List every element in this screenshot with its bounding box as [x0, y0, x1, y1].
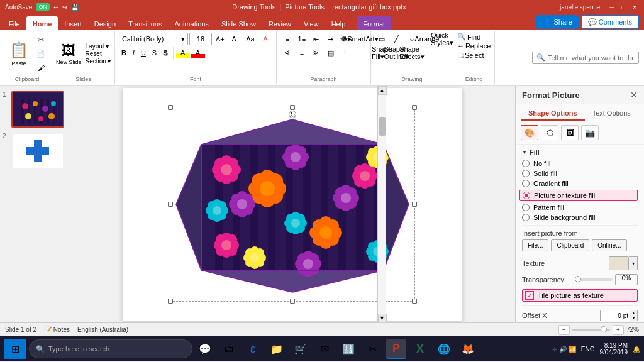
taskbar-taskview[interactable]: 🗂 — [219, 339, 239, 359]
tab-text-options[interactable]: Text Options — [585, 107, 638, 121]
offset-x-input[interactable] — [600, 310, 630, 321]
tab-transitions[interactable]: Transitions — [122, 16, 168, 30]
shape-rect-button[interactable]: ▭ — [375, 33, 389, 45]
undo-icon[interactable]: ↩ — [53, 4, 58, 11]
tab-file[interactable]: File — [3, 16, 26, 30]
autosave-badge[interactable]: ON — [36, 3, 50, 11]
replace-button[interactable]: ↔ Replace — [457, 42, 491, 50]
pentagon-icon-button[interactable]: ⬠ — [541, 125, 558, 140]
offset-x-down[interactable]: ▼ — [630, 315, 637, 321]
layout-button[interactable]: Layout▾ — [86, 43, 111, 50]
change-case-button[interactable]: Aa — [243, 33, 257, 45]
tab-view[interactable]: View — [297, 16, 325, 30]
tab-shape-options[interactable]: Shape Options — [521, 107, 585, 121]
save-icon[interactable]: 💾 — [71, 4, 79, 11]
redo-icon[interactable]: ↪ — [62, 4, 67, 11]
font-size-input[interactable]: 18 — [189, 33, 212, 45]
zoom-slider[interactable] — [572, 329, 610, 331]
panel-close-button[interactable]: ✕ — [630, 90, 638, 100]
taskbar-cortana[interactable]: 💬 — [195, 339, 215, 359]
paint-icon-button[interactable]: 🎨 — [521, 125, 538, 140]
tell-me-input[interactable]: 🔍 Tell me what you want to do — [532, 52, 639, 64]
paste-button[interactable]: 📋 Paste — [6, 38, 31, 70]
increase-indent-button[interactable]: ⇥ — [324, 33, 338, 45]
align-right-button[interactable]: ⫸ — [309, 47, 323, 59]
picture-texture-fill-option[interactable]: Picture or texture fill — [519, 190, 638, 201]
new-slide-button[interactable]: 🖼 New Slide — [56, 43, 82, 65]
select-button[interactable]: ⬚ Select — [457, 51, 484, 59]
zoom-in-button[interactable]: + — [613, 325, 624, 335]
texture-preview[interactable] — [609, 256, 629, 270]
slide-thumb-2[interactable]: 2 — [3, 133, 66, 169]
highlight-color-button[interactable]: A — [176, 47, 190, 59]
picture-texture-fill-radio[interactable] — [523, 192, 530, 199]
tile-checkbox[interactable] — [525, 291, 534, 300]
tab-help[interactable]: Help — [325, 16, 352, 30]
comments-button[interactable]: 💬 Comments — [581, 15, 639, 29]
taskbar-chrome[interactable]: 🌐 — [434, 339, 454, 359]
offset-x-control[interactable]: ▲ ▼ — [600, 310, 638, 321]
canvas-vscroll[interactable]: ▲ ▼ — [377, 86, 386, 322]
taskbar-excel[interactable]: X — [410, 339, 430, 359]
format-painter-button[interactable]: 🖌 — [34, 62, 48, 74]
cut-button[interactable]: ✂ — [34, 34, 48, 47]
gradient-fill-option[interactable]: Gradient fill — [522, 180, 638, 187]
reset-button[interactable]: Reset — [86, 50, 111, 57]
texture-dropdown-button[interactable]: ▾ — [629, 256, 638, 270]
italic-button[interactable]: I — [130, 48, 137, 57]
transparency-input[interactable]: 0% — [615, 274, 638, 285]
scroll-down-button[interactable]: ▼ — [378, 314, 387, 322]
taskbar-store[interactable]: 🛒 — [291, 339, 311, 359]
tab-slideshow[interactable]: Slide Show — [215, 16, 262, 30]
copy-button[interactable]: 📄 — [34, 48, 48, 60]
shape-effects-button[interactable]: Shape Effects▾ — [405, 47, 419, 59]
taskbar-explorer[interactable]: 📁 — [267, 339, 287, 359]
tab-insert[interactable]: Insert — [58, 16, 88, 30]
insert-clipboard-button[interactable]: Clipboard — [551, 239, 589, 251]
tile-checkbox-row[interactable]: Tile picture as texture — [522, 289, 638, 302]
insert-file-button[interactable]: File... — [522, 239, 548, 251]
font-color-button[interactable]: A — [258, 33, 272, 45]
scroll-thumb[interactable] — [379, 117, 386, 136]
notification-icon[interactable]: 🔔 — [633, 346, 640, 353]
slide-2-thumbnail[interactable] — [11, 133, 64, 169]
zoom-out-button[interactable]: − — [558, 325, 570, 335]
no-fill-option[interactable]: No fill — [522, 160, 638, 167]
quick-styles-button[interactable]: Quick Styles▾ — [435, 33, 449, 45]
taskbar-search[interactable]: 🔍 Type here to search — [29, 339, 192, 358]
tab-home[interactable]: Home — [26, 16, 58, 30]
numbering-button[interactable]: 1≡ — [295, 33, 309, 45]
align-left-button[interactable]: ⫷ — [280, 47, 294, 59]
font-name-input[interactable]: Calibri (Body) ▾ — [119, 33, 188, 45]
share-button[interactable]: 👤 Share — [536, 15, 578, 29]
insert-online-button[interactable]: Online... — [592, 239, 626, 251]
texture-control[interactable]: ▾ — [609, 256, 638, 270]
section-button[interactable]: Section▾ — [86, 58, 111, 65]
decrease-font-button[interactable]: A- — [228, 33, 242, 45]
taskbar-edge[interactable]: ε — [243, 339, 263, 359]
bullets-button[interactable]: ≡ — [280, 33, 294, 45]
slide-1-thumbnail[interactable] — [11, 91, 64, 128]
slide-bg-fill-option[interactable]: Slide background fill — [522, 214, 638, 221]
slide-thumb-1[interactable]: 1 — [3, 91, 66, 128]
column-button[interactable]: ⋮ — [338, 47, 352, 59]
bold-button[interactable]: B — [119, 48, 129, 57]
start-button[interactable]: ⊞ — [4, 339, 26, 359]
photo-icon-button[interactable]: 🖼 — [561, 125, 579, 140]
underline-button[interactable]: U — [138, 48, 148, 57]
scroll-up-button[interactable]: ▲ — [378, 86, 387, 95]
find-button[interactable]: 🔍 Find — [457, 33, 480, 41]
decrease-indent-button[interactable]: ⇤ — [309, 33, 323, 45]
gradient-fill-radio[interactable] — [522, 180, 530, 187]
offset-x-spinner[interactable]: ▲ ▼ — [630, 310, 638, 321]
convert-smartart-button[interactable]: ⚙SmartArt▾ — [353, 33, 367, 45]
transparency-slider[interactable] — [575, 278, 613, 281]
increase-font-button[interactable]: A+ — [213, 33, 227, 45]
shadow-button[interactable]: S — [160, 48, 170, 57]
zoom-slider-thumb[interactable] — [601, 326, 607, 332]
close-button[interactable]: ✕ — [630, 3, 639, 11]
taskbar-mail[interactable]: ✉ — [314, 339, 335, 359]
slide-bg-fill-radio[interactable] — [522, 214, 530, 221]
taskbar-powerpoint[interactable]: P — [386, 339, 406, 359]
strikethrough-button[interactable]: S — [150, 48, 159, 57]
